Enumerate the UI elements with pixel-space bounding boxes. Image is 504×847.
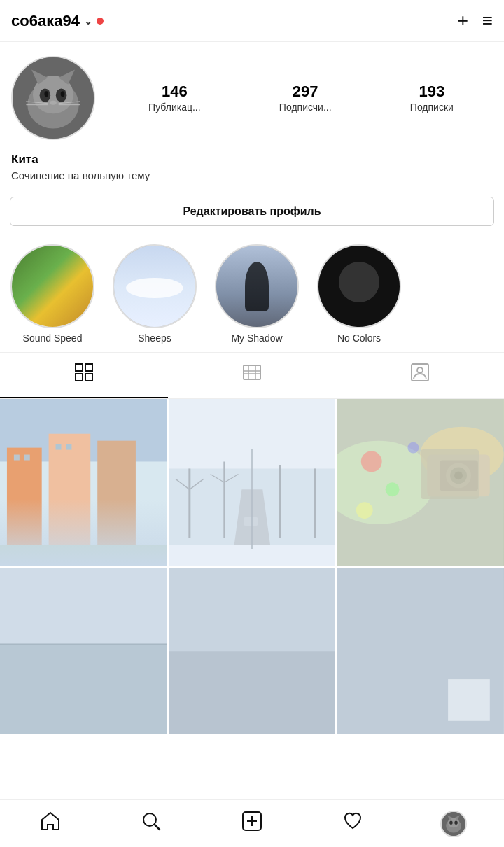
svg-rect-68 xyxy=(448,679,490,721)
svg-rect-66 xyxy=(169,651,336,734)
bottom-avatar xyxy=(440,811,467,837)
stats-row: 146 Публикац... 297 Подписчи... 193 Подп… xyxy=(109,83,493,113)
nav-add-post[interactable] xyxy=(231,803,273,845)
svg-point-51 xyxy=(421,427,504,483)
svg-rect-52 xyxy=(428,455,491,497)
svg-point-59 xyxy=(408,442,419,454)
svg-rect-18 xyxy=(244,365,260,379)
profile-display-name: Кита xyxy=(11,153,493,167)
highlight-no-colors[interactable]: No Colors xyxy=(314,244,405,344)
svg-point-55 xyxy=(450,467,467,484)
edit-button-wrap: Редактировать профиль xyxy=(0,192,504,237)
highlight-label-3: My Shadow xyxy=(231,332,282,344)
bottom-spacer xyxy=(0,734,504,790)
svg-rect-16 xyxy=(76,374,83,381)
svg-rect-37 xyxy=(169,399,336,468)
notification-dot xyxy=(97,18,104,24)
svg-rect-17 xyxy=(85,374,92,381)
photo-cell-5[interactable] xyxy=(169,568,336,735)
svg-rect-48 xyxy=(169,545,336,566)
content-tab-bar xyxy=(0,352,504,399)
svg-line-70 xyxy=(155,825,160,830)
photo-cell-3[interactable] xyxy=(337,399,504,566)
tab-reels[interactable] xyxy=(168,353,336,398)
header: со6ака94 ⌄ + ≡ xyxy=(0,0,504,42)
stat-followers[interactable]: 297 Подписчи... xyxy=(279,83,332,113)
nav-profile[interactable] xyxy=(433,803,475,845)
stat-following[interactable]: 193 Подписки xyxy=(410,83,454,113)
posts-count: 146 xyxy=(148,83,201,101)
highlight-sheeps[interactable]: Sheeps xyxy=(109,244,200,344)
bottom-navigation xyxy=(0,799,504,847)
reels-icon xyxy=(242,363,262,387)
svg-rect-30 xyxy=(97,441,136,566)
highlight-sound-speed[interactable]: Sound Speed xyxy=(7,244,98,344)
highlight-label-1: Sound Speed xyxy=(23,332,83,344)
tab-grid[interactable] xyxy=(0,353,168,398)
add-post-button[interactable]: + xyxy=(458,10,468,31)
svg-rect-29 xyxy=(49,434,91,566)
highlight-label-4: No Colors xyxy=(337,332,381,344)
highlight-circle-2 xyxy=(113,244,197,328)
svg-rect-33 xyxy=(56,444,62,450)
svg-point-9 xyxy=(50,101,57,105)
nav-activity[interactable] xyxy=(332,803,374,845)
svg-point-80 xyxy=(454,820,457,824)
photo-cell-1[interactable] xyxy=(0,399,167,566)
tagged-icon xyxy=(410,363,430,387)
bio-section: Кита Сочинение на вольную тему xyxy=(0,147,504,192)
svg-point-56 xyxy=(454,471,463,479)
svg-rect-14 xyxy=(76,364,83,371)
posts-label: Публикац... xyxy=(148,102,201,113)
svg-point-24 xyxy=(417,368,423,373)
following-label: Подписки xyxy=(410,102,454,113)
highlight-circle-1 xyxy=(10,244,94,328)
add-icon xyxy=(241,811,262,836)
svg-rect-31 xyxy=(14,455,20,461)
highlight-my-shadow[interactable]: My Shadow xyxy=(211,244,302,344)
svg-point-79 xyxy=(449,820,452,824)
highlight-circle-3 xyxy=(215,244,299,328)
highlight-label-2: Sheeps xyxy=(138,332,171,344)
svg-point-60 xyxy=(356,502,373,519)
svg-rect-34 xyxy=(66,444,71,450)
stat-posts[interactable]: 146 Публикац... xyxy=(148,83,201,113)
photo-cell-4[interactable] xyxy=(0,568,167,735)
svg-rect-35 xyxy=(0,545,167,566)
chevron-down-icon: ⌄ xyxy=(84,15,92,27)
photo-cell-2[interactable] xyxy=(169,399,336,566)
svg-rect-28 xyxy=(7,448,42,566)
search-icon xyxy=(141,811,162,836)
svg-point-57 xyxy=(361,451,382,472)
tab-tagged[interactable] xyxy=(336,353,504,398)
menu-button[interactable]: ≡ xyxy=(482,10,493,31)
svg-point-7 xyxy=(44,91,48,97)
username-area[interactable]: со6ака94 ⌄ xyxy=(11,12,458,30)
svg-rect-15 xyxy=(85,364,92,371)
profile-bio: Сочинение на вольную тему xyxy=(11,169,493,181)
following-count: 193 xyxy=(410,83,454,101)
svg-rect-47 xyxy=(244,517,258,526)
svg-point-58 xyxy=(386,482,400,496)
photo-grid xyxy=(0,399,504,734)
svg-point-54 xyxy=(446,463,471,488)
followers-count: 297 xyxy=(279,83,332,101)
svg-rect-63 xyxy=(0,644,167,734)
avatar[interactable] xyxy=(11,56,95,140)
svg-rect-53 xyxy=(440,461,479,491)
followers-label: Подписчи... xyxy=(279,102,332,113)
home-icon xyxy=(40,811,61,836)
nav-search[interactable] xyxy=(130,803,172,845)
nav-home[interactable] xyxy=(29,803,71,845)
edit-profile-button[interactable]: Редактировать профиль xyxy=(10,197,494,226)
header-actions: + ≡ xyxy=(458,10,493,31)
svg-rect-32 xyxy=(24,455,30,461)
profile-section: 146 Публикац... 297 Подписчи... 193 Подп… xyxy=(0,42,504,147)
highlight-circle-4 xyxy=(317,244,401,328)
highlights-row: Sound Speed Sheeps My Shadow No Colors xyxy=(0,237,504,348)
heart-icon xyxy=(342,811,363,836)
photo-cell-6[interactable] xyxy=(337,568,504,735)
svg-rect-62 xyxy=(0,568,167,644)
username-text: со6ака94 xyxy=(11,12,80,30)
grid-icon xyxy=(74,363,94,387)
